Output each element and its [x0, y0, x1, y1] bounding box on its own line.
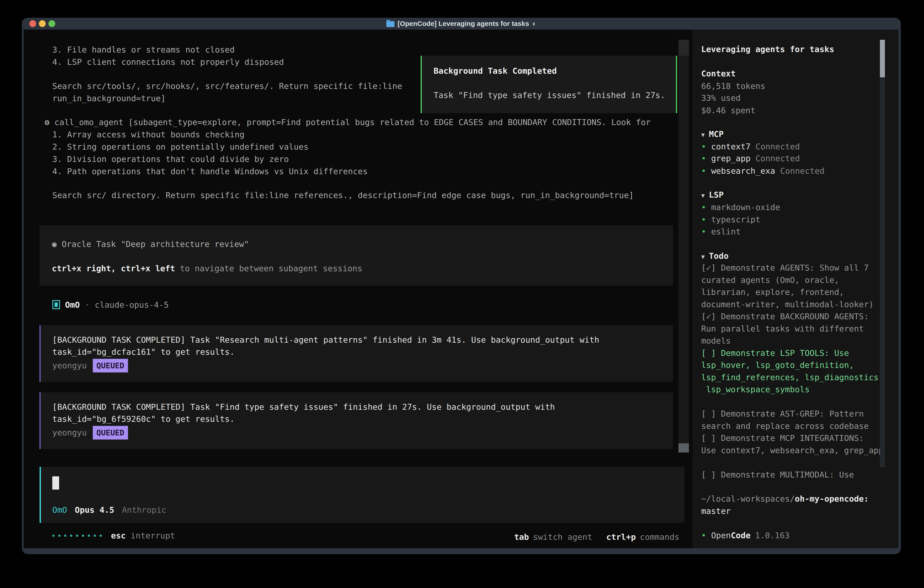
agent-checkbox-icon — [52, 300, 60, 309]
esc-key-label: interrupt — [131, 531, 175, 540]
todo-line: curated agents (OmO, oracle, — [701, 274, 884, 286]
todo-line: [ ] Demonstrate LSP TOOLS: Use — [701, 347, 884, 359]
message-text: task_id="bg_6f59260c" to get results. — [52, 413, 234, 425]
chevron-down-icon: ▼ — [701, 253, 705, 260]
toast-body: Task "Find type safety issues" finished … — [434, 89, 665, 101]
repo-name: oh-my-opencode: — [795, 494, 869, 504]
message-text: task_id="bg_dcfac161" to get results. — [52, 346, 234, 358]
workspace-path: ~/local-workspaces/oh-my-opencode: — [701, 493, 869, 505]
message-author: yeongyu — [52, 426, 87, 439]
chevron-down-icon: ▼ — [701, 131, 705, 138]
context-used: 33% used — [701, 92, 741, 104]
todo-line: document-writer, multimodal-looker) — [701, 298, 884, 311]
todo-line: lsp_workspace_symbols — [701, 383, 884, 396]
zoom-button[interactable] — [48, 20, 55, 27]
tool-call-text: call_omo_agent [subagent_type=explore, p… — [50, 117, 651, 127]
window-title: [OpenCode] Leveraging agents for tasks ◐ — [386, 20, 536, 28]
status-bar: esc interrupt tab switch agent ctrl+p co… — [24, 531, 693, 543]
status-dot-icon: • — [701, 165, 706, 177]
active-model-label: Opus 4.5 — [75, 504, 114, 516]
lsp-section-header[interactable]: ▼LSP — [701, 189, 724, 202]
folder-icon — [386, 21, 394, 27]
session-sidebar: Leveraging agents for tasks Context 66,5… — [693, 30, 899, 548]
todo-line: librarian, explore, frontend, — [701, 286, 884, 298]
traffic-lights — [29, 20, 55, 27]
oracle-task-box: ◉ Oracle Task "Deep architecture review"… — [40, 226, 673, 286]
todo-line — [701, 396, 884, 408]
app-name-light: Open — [711, 531, 731, 540]
title-bar: [OpenCode] Leveraging agents for tasks ◐ — [22, 18, 901, 30]
spinner-dot-icon — [94, 535, 96, 537]
esc-key-hint: esc — [111, 531, 126, 540]
toast-title: Background Task Completed — [434, 65, 557, 77]
status-dot-icon: • — [701, 529, 706, 542]
todo-line: models — [701, 335, 884, 347]
todo-heading: Todo — [709, 251, 729, 261]
mcp-status: Connected — [756, 140, 800, 153]
mcp-status: Connected — [756, 152, 800, 165]
window-title-text: [OpenCode] Leveraging agents for tasks — [398, 20, 529, 28]
agent-model: claude-opus-4-5 — [95, 300, 169, 309]
ctrlp-key-label: commands — [640, 531, 679, 543]
terminal-line: run_in_background=true] — [52, 92, 166, 105]
scrollbar-thumb[interactable] — [678, 443, 689, 453]
agent-session-row[interactable]: OmO · claude-opus-4-5 — [52, 299, 169, 311]
minimize-button[interactable] — [39, 20, 46, 27]
text-cursor — [52, 476, 59, 489]
mcp-section-header[interactable]: ▼MCP — [701, 128, 724, 141]
todo-line: lsp_find_references, lsp_diagnostics, — [701, 371, 884, 383]
tab-key-hint: tab — [514, 531, 529, 543]
spinner-dot-icon — [76, 535, 78, 537]
session-indicator-icon: ◐ — [532, 20, 536, 28]
mcp-status: Connected — [780, 165, 824, 177]
todo-lines: [✓] Demonstrate AGENTS: Show all 7curate… — [701, 262, 884, 481]
agent-name: OmO — [65, 300, 80, 309]
close-button[interactable] — [29, 20, 36, 27]
scrollbar-segment[interactable] — [678, 40, 689, 56]
spinner-dot-icon — [100, 535, 102, 537]
model-info-row: OmO Opus 4.5 Anthropic — [52, 504, 167, 516]
todo-line — [701, 456, 884, 469]
status-dot-icon: • — [701, 213, 706, 226]
context-spent: $0.46 spent — [701, 104, 755, 117]
oracle-task-title: ◉ Oracle Task "Deep architecture review" — [52, 238, 249, 250]
keyboard-shortcuts: ctrl+x right, ctrl+x left — [52, 264, 175, 273]
spinner — [52, 535, 102, 537]
queued-status-badge: QUEUED — [93, 426, 128, 439]
tool-call-item: 3. Division operations that could divide… — [52, 153, 289, 165]
lsp-name: typescript — [711, 213, 761, 226]
session-title: Leveraging agents for tasks — [701, 43, 834, 56]
terminal-main-pane[interactable]: 3. File handles or streams not closed 4.… — [24, 30, 693, 548]
todo-section-header[interactable]: ▼Todo — [701, 250, 728, 263]
tool-call-item: 2. String operations on potentially unde… — [52, 141, 309, 153]
todo-line: [✓] Demonstrate BACKGROUND AGENTS: — [701, 311, 884, 323]
status-dot-icon: • — [701, 140, 706, 153]
terminal-line: 3. File handles or streams not closed — [52, 44, 234, 56]
main-scrollbar[interactable] — [678, 40, 689, 453]
todo-line: [ ] Demonstrate MCP INTEGRATIONS: — [701, 432, 884, 444]
spinner-dot-icon — [70, 535, 72, 537]
lsp-name: markdown-oxide — [711, 201, 780, 213]
sidebar-scrollbar[interactable] — [880, 40, 885, 467]
tool-call-item: 4. Path operations that don't handle Win… — [52, 165, 368, 178]
todo-line: [ ] Demonstrate MULTIMODAL: Use — [701, 469, 884, 481]
prompt-input[interactable]: OmO Opus 4.5 Anthropic — [40, 467, 684, 523]
todo-line: [✓] Demonstrate AGENTS: Show all 7 — [701, 262, 884, 274]
todo-line: search and replace across codebase — [701, 420, 884, 432]
gear-icon: ⚙ — [45, 117, 50, 127]
scrollbar-thumb[interactable] — [880, 40, 885, 77]
terminal-line: 4. LSP client connections not properly d… — [52, 56, 284, 68]
context-tokens: 66,518 tokens — [701, 80, 765, 92]
provider-label: Anthropic — [122, 504, 166, 516]
status-dot-icon: • — [701, 152, 706, 165]
background-task-message: [BACKGROUND TASK COMPLETED] Task "Find t… — [40, 392, 673, 449]
lsp-item: •markdown-oxide — [701, 201, 780, 213]
lsp-heading: LSP — [709, 190, 724, 200]
active-agent-label: OmO — [52, 504, 67, 516]
app-version-row: • OpenCode1.0.163 — [701, 529, 790, 542]
hint-text: to navigate between subagent sessions — [175, 264, 362, 273]
mcp-name: grep_app — [711, 152, 751, 165]
mcp-name: websearch_exa — [711, 165, 775, 177]
lsp-name: eslint — [711, 226, 741, 238]
chevron-down-icon: ▼ — [701, 192, 705, 199]
